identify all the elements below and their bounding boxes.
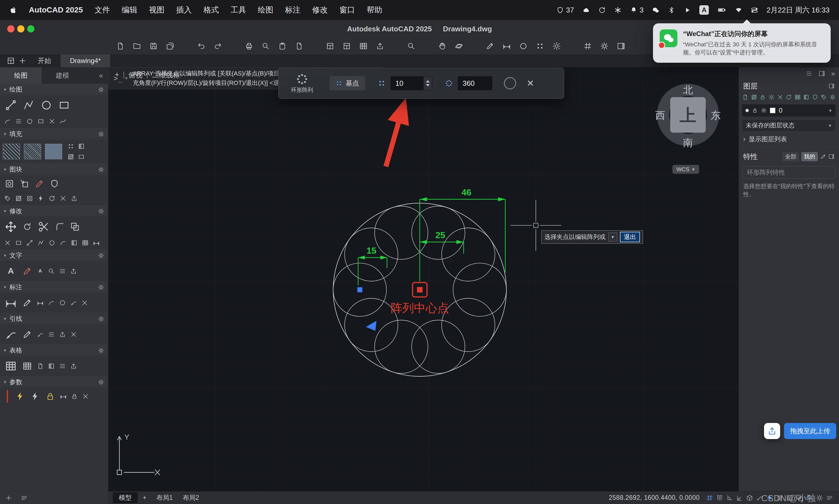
layer-tag-button[interactable] <box>820 93 827 101</box>
rotate-tool[interactable] <box>20 220 34 233</box>
delete-constraint-tool[interactable] <box>81 392 90 401</box>
ellipse-tool[interactable] <box>25 116 34 126</box>
new-layout-button[interactable]: + <box>138 493 151 503</box>
annotation-scale-button[interactable] <box>582 40 593 52</box>
arc-dim-tool[interactable] <box>47 298 56 307</box>
save-button[interactable] <box>148 40 159 52</box>
gear-icon[interactable] <box>98 284 104 290</box>
close-panel-button[interactable]: ✕ <box>526 79 534 88</box>
copy-button[interactable] <box>276 40 288 52</box>
gear-icon[interactable] <box>98 253 104 259</box>
menu-file[interactable]: 文件 <box>94 5 110 15</box>
auto-constrain-tool[interactable] <box>14 390 27 403</box>
spell-check-tool[interactable] <box>69 266 78 276</box>
find-text-tool[interactable] <box>47 266 56 276</box>
gear-icon[interactable] <box>98 347 104 354</box>
menu-window[interactable]: 窗口 <box>339 5 355 15</box>
workspace-switch-button[interactable] <box>815 493 824 503</box>
aligned-dim-tool[interactable] <box>36 298 45 307</box>
menu-dimension[interactable]: 标注 <box>285 5 300 15</box>
fill-angle-input[interactable]: 360 <box>458 76 492 90</box>
block-delete-tool[interactable] <box>58 194 68 203</box>
viewport-menu-button[interactable]: + <box>115 71 119 80</box>
layer-color-swatch[interactable] <box>770 108 775 113</box>
edit-text-tool[interactable] <box>20 265 34 278</box>
paste-button[interactable] <box>293 40 305 52</box>
materials-button[interactable] <box>534 40 546 52</box>
polar-tracking-toggle[interactable] <box>735 493 745 503</box>
redo-button[interactable] <box>212 40 224 52</box>
radius-dim-tool[interactable] <box>58 298 67 307</box>
angular-dim-tool[interactable] <box>69 298 78 307</box>
layer-isolate-button[interactable] <box>803 93 810 101</box>
orbit-button[interactable] <box>453 40 465 52</box>
wifi-status-item[interactable] <box>735 6 743 14</box>
block-library-tool[interactable] <box>25 194 34 203</box>
mirror-tool[interactable] <box>25 238 34 248</box>
fillet-tool[interactable] <box>53 220 67 233</box>
copy-tool[interactable] <box>14 238 23 248</box>
gear-icon[interactable] <box>98 316 104 322</box>
collect-leader-tool[interactable] <box>58 330 67 339</box>
create-block-tool[interactable] <box>3 177 16 191</box>
tab-start[interactable]: 开始 <box>28 54 60 67</box>
table-upload-tool[interactable] <box>69 361 78 371</box>
scale-tool[interactable] <box>47 238 57 248</box>
block-attributes-tool[interactable] <box>48 177 61 191</box>
show-layer-list-link[interactable]: › 显示图层列表 <box>743 135 835 143</box>
item-count-stepper[interactable] <box>423 77 432 90</box>
compass-east[interactable]: 东 <box>711 110 721 121</box>
playback-status-item[interactable] <box>683 6 691 14</box>
gradient-tool[interactable] <box>77 142 86 151</box>
point-tool[interactable] <box>47 116 57 126</box>
chevron-down-icon[interactable]: ▼ <box>828 108 832 113</box>
block-sync-tool[interactable] <box>47 194 57 203</box>
table-export-tool[interactable] <box>36 361 45 371</box>
hatch-lines-tool[interactable] <box>66 152 75 162</box>
block-export-tool[interactable] <box>69 194 79 203</box>
lock-constraint-tool[interactable] <box>43 390 57 403</box>
bluetooth-status-item[interactable] <box>668 6 675 14</box>
plot-preview-button[interactable] <box>260 40 271 52</box>
zoom-tool-button[interactable] <box>405 40 417 52</box>
visual-style-control[interactable]: 二维线框 <box>152 71 180 80</box>
palette-tab-draw[interactable]: 绘图 <box>0 67 42 84</box>
vpn-status-item[interactable]: 37 <box>556 6 574 14</box>
grid-toggle[interactable] <box>704 493 715 503</box>
section-header-modify[interactable]: ▾ 修改 <box>0 205 108 216</box>
gradient-fill-tool[interactable] <box>45 144 62 159</box>
lock-icon[interactable] <box>752 108 758 113</box>
model-tab[interactable]: 模型 <box>113 492 138 503</box>
rotation-dial[interactable] <box>504 77 516 89</box>
layer-delete-button[interactable] <box>776 93 784 101</box>
section-header-draw[interactable]: ▾ 绘图 <box>0 84 108 95</box>
menu-insert[interactable]: 插入 <box>176 5 192 15</box>
isodraft-toggle[interactable] <box>745 493 755 503</box>
section-header-dimension[interactable]: ▾ 标注 <box>0 282 108 292</box>
multileader-tool[interactable] <box>3 326 19 342</box>
control-center-item[interactable] <box>751 6 758 14</box>
direction-grip[interactable] <box>366 321 376 331</box>
polygon-tool[interactable] <box>36 116 46 126</box>
menu-tools[interactable]: 工具 <box>230 5 246 15</box>
undo-button[interactable] <box>195 40 207 52</box>
filter-mine-button[interactable]: 我的 <box>801 152 818 161</box>
layer-filter-button[interactable] <box>750 93 757 101</box>
block-hatch-tool[interactable] <box>14 194 23 203</box>
upload-overlay[interactable]: 拖拽至此上传 <box>764 423 836 439</box>
current-layer-row[interactable]: 0 ▼ <box>742 104 836 116</box>
layer-freeze-button[interactable] <box>768 93 775 101</box>
table-style-tool[interactable] <box>20 359 34 373</box>
remove-leader-tool[interactable] <box>69 330 78 339</box>
layer-merge-button[interactable] <box>794 93 801 101</box>
edit-leader-tool[interactable] <box>20 328 34 341</box>
geometric-constraint-tool[interactable] <box>29 390 42 403</box>
base-point-button[interactable]: 基点 <box>329 76 365 90</box>
drawing-canvas[interactable]: + | 俯视 | 二维线框 <box>108 67 738 491</box>
sun-icon[interactable] <box>761 108 767 113</box>
ortho-toggle[interactable] <box>725 493 735 503</box>
array-properties-field[interactable]: 环形阵列特性 <box>743 166 835 179</box>
linear-dim-tool[interactable] <box>3 295 19 311</box>
new-layer-button[interactable] <box>742 93 749 101</box>
exit-option-button[interactable]: 退出 <box>620 232 640 242</box>
